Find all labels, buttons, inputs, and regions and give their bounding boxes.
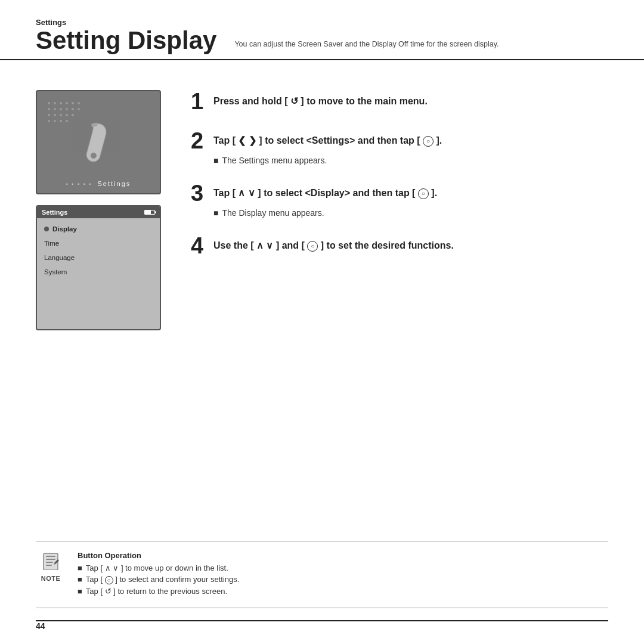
step-1-text: Press and hold [ ↺ ] to move to the main… xyxy=(213,90,428,108)
circle-icon-3: ○ xyxy=(418,188,429,199)
page-header: Settings Setting Display You can adjust … xyxy=(0,0,644,60)
wrench-icon xyxy=(75,119,122,166)
note-item-2-text: Tap [ ○ ] to select and confirm your set… xyxy=(86,575,240,584)
settings-menu-list: Display Time Language System xyxy=(37,218,160,283)
step-3-sub: ■ The Display menu appears. xyxy=(213,208,608,218)
device-screen-1: • • • • • Settings xyxy=(36,90,161,194)
note-icon-column: NOTE xyxy=(36,551,66,582)
note-item-2: ■ Tap [ ○ ] to select and confirm your s… xyxy=(78,575,608,584)
step-2-sub-text: The Settings menu appears. xyxy=(222,156,327,165)
menu-item-display: Display xyxy=(37,222,160,236)
step-4-number: 4 xyxy=(191,234,209,257)
screen1-label: • • • • • Settings xyxy=(37,180,160,187)
step-1-number: 1 xyxy=(191,90,209,113)
step-3: 3 Tap [ ∧ ∨ ] to select <Display> and th… xyxy=(191,182,608,218)
menu-item-system-label: System xyxy=(44,268,67,275)
step-3-number: 3 xyxy=(191,182,209,205)
note-item-3-text: Tap [ ↺ ] to return to the previous scre… xyxy=(86,587,227,596)
settings-label: Settings xyxy=(36,18,216,27)
svg-point-9 xyxy=(66,108,68,110)
note-bullet-2: ■ xyxy=(78,575,82,584)
note-content: Button Operation ■ Tap [ ∧ ∨ ] to move u… xyxy=(78,551,608,598)
menu-item-language: Language xyxy=(37,250,160,265)
battery-fill xyxy=(145,210,151,214)
device-screens-column: • • • • • Settings Settings Display xyxy=(36,90,167,330)
step-4-header: 4 Use the [ ∧ ∨ ] and [ ○ ] to set the d… xyxy=(191,234,608,257)
svg-point-19 xyxy=(60,120,62,122)
step-2-header: 2 Tap [ ❮ ❯ ] to select <Settings> and t… xyxy=(191,129,608,152)
main-content: • • • • • Settings Settings Display xyxy=(0,60,644,342)
svg-point-6 xyxy=(48,108,50,110)
note-pencil-icon xyxy=(41,551,60,570)
step-1-header: 1 Press and hold [ ↺ ] to move to the ma… xyxy=(191,90,608,113)
svg-point-5 xyxy=(78,102,80,104)
svg-point-1 xyxy=(54,102,56,104)
svg-rect-26 xyxy=(46,562,53,563)
menu-item-time-label: Time xyxy=(44,240,59,247)
svg-rect-24 xyxy=(46,556,55,557)
svg-point-20 xyxy=(66,120,68,122)
circle-icon-2: ○ xyxy=(423,136,434,147)
svg-point-18 xyxy=(54,120,56,122)
circle-icon-4: ○ xyxy=(307,241,318,252)
step-4-text: Use the [ ∧ ∨ ] and [ ○ ] to set the des… xyxy=(213,234,454,252)
step-2-number: 2 xyxy=(191,129,209,152)
step-2-bullet: ■ xyxy=(213,156,218,165)
page-line xyxy=(36,620,608,621)
note-item-1: ■ Tap [ ∧ ∨ ] to move up or down in the … xyxy=(78,564,608,572)
svg-point-11 xyxy=(78,108,80,110)
menu-item-time: Time xyxy=(37,236,160,250)
step-2: 2 Tap [ ❮ ❯ ] to select <Settings> and t… xyxy=(191,129,608,165)
svg-point-7 xyxy=(54,108,56,110)
screen1-dots: • • • • • xyxy=(66,181,92,187)
note-item-1-text: Tap [ ∧ ∨ ] to move up or down in the li… xyxy=(86,564,228,572)
device-screen-2: Settings Display Time Language xyxy=(36,205,161,330)
svg-rect-25 xyxy=(46,559,55,560)
note-label: NOTE xyxy=(41,575,61,582)
step-4: 4 Use the [ ∧ ∨ ] and [ ○ ] to set the d… xyxy=(191,234,608,257)
screen2-header-label: Settings xyxy=(42,209,67,216)
menu-item-dot xyxy=(44,227,49,231)
screen2-header: Settings xyxy=(37,206,160,218)
step-3-header: 3 Tap [ ∧ ∨ ] to select <Display> and th… xyxy=(191,182,608,205)
step-3-bullet: ■ xyxy=(213,208,218,218)
svg-point-4 xyxy=(72,102,74,104)
svg-point-17 xyxy=(48,120,50,122)
svg-point-13 xyxy=(54,114,56,116)
menu-item-display-label: Display xyxy=(52,225,77,233)
svg-point-2 xyxy=(60,102,62,104)
svg-point-14 xyxy=(60,114,62,116)
step-2-sub: ■ The Settings menu appears. xyxy=(213,156,608,165)
screen1-settings-text: Settings xyxy=(98,180,131,187)
header-left: Settings Setting Display xyxy=(36,18,216,53)
svg-point-8 xyxy=(60,108,62,110)
battery-indicator xyxy=(144,210,155,215)
svg-point-3 xyxy=(66,102,68,104)
note-section: NOTE Button Operation ■ Tap [ ∧ ∨ ] to m… xyxy=(36,541,608,608)
menu-item-system: System xyxy=(37,265,160,279)
step-3-sub-text: The Display menu appears. xyxy=(222,208,324,218)
svg-point-16 xyxy=(72,114,74,116)
svg-point-12 xyxy=(48,114,50,116)
svg-rect-27 xyxy=(46,565,52,566)
svg-point-15 xyxy=(66,114,68,116)
circle-icon-note: ○ xyxy=(105,576,113,584)
step-3-text: Tap [ ∧ ∨ ] to select <Display> and then… xyxy=(213,182,437,200)
battery-bar xyxy=(144,210,155,215)
note-title: Button Operation xyxy=(78,551,608,560)
page-title: Setting Display xyxy=(36,28,216,53)
note-bullet-1: ■ xyxy=(78,564,82,572)
steps-column: 1 Press and hold [ ↺ ] to move to the ma… xyxy=(191,90,608,330)
svg-point-10 xyxy=(72,108,74,110)
header-description: You can adjust the Screen Saver and the … xyxy=(234,40,499,53)
step-1: 1 Press and hold [ ↺ ] to move to the ma… xyxy=(191,90,608,113)
page-number: 44 xyxy=(36,621,45,631)
note-item-3: ■ Tap [ ↺ ] to return to the previous sc… xyxy=(78,587,608,596)
menu-item-language-label: Language xyxy=(44,254,75,261)
step-2-text: Tap [ ❮ ❯ ] to select <Settings> and the… xyxy=(213,129,442,147)
note-bullet-3: ■ xyxy=(78,587,82,596)
svg-point-0 xyxy=(48,102,50,104)
